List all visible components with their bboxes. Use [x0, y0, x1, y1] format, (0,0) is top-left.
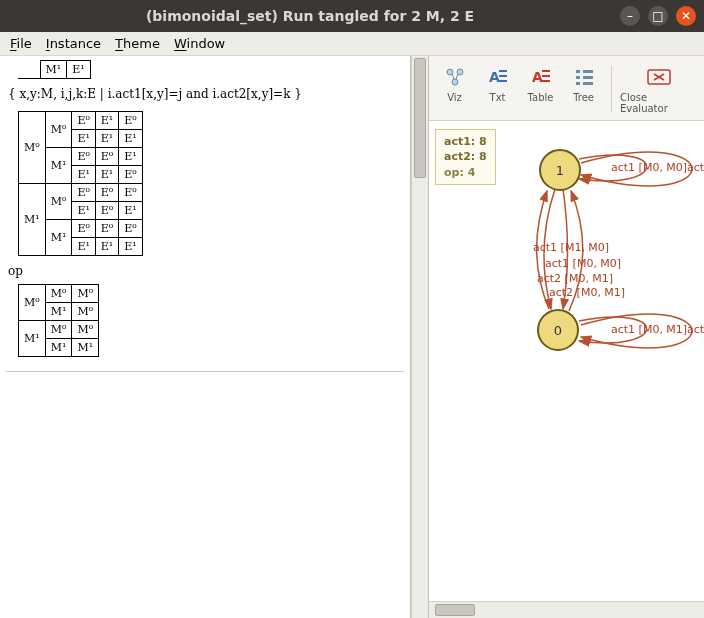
cell: E¹ [119, 130, 142, 148]
cell: M¹ [45, 148, 72, 184]
svg-line-3 [452, 74, 454, 79]
left-scrollbar-thumb[interactable] [414, 58, 426, 178]
window-minimize-button[interactable]: – [620, 6, 640, 26]
cell: M⁰ [72, 303, 99, 321]
cell: E⁰ [72, 112, 95, 130]
cell: E¹ [72, 166, 95, 184]
edge-label: act1 [M1, M0] [533, 241, 609, 254]
edge-label: act1 [M0, M0] [545, 257, 621, 270]
svg-rect-15 [576, 76, 580, 79]
window-title: (bimonoidal_set) Run tangled for 2 M, 2 … [8, 8, 612, 24]
toolbar-txt-button[interactable]: A Txt [478, 64, 517, 103]
cell: E¹ [95, 238, 118, 256]
cell: M⁰ [72, 321, 99, 339]
cell: M⁰ [45, 321, 72, 339]
edge-label: act1 [M0, M0] [611, 161, 687, 174]
menu-theme[interactable]: Theme [115, 36, 160, 51]
left-content: M¹ E¹ { x,y:M, i,j,k:E | i.act1[x,y]=j a… [0, 60, 410, 372]
cell: M⁰ [45, 184, 72, 220]
cell: M⁰ [45, 285, 72, 303]
svg-line-4 [456, 74, 458, 79]
cell: M¹ [19, 184, 46, 256]
graph-node-1[interactable]: 1 [539, 149, 581, 191]
right-scrollbar-thumb[interactable] [435, 604, 475, 616]
svg-text:A: A [532, 69, 543, 85]
right-toolbar: Viz A Txt A Table Tree [429, 56, 704, 121]
svg-rect-18 [583, 82, 593, 85]
right-horizontal-scrollbar[interactable] [429, 601, 704, 618]
toolbar-table-button[interactable]: A Table [521, 64, 560, 103]
cell: E¹ [119, 238, 142, 256]
op-label: op [8, 264, 404, 278]
titlebar: (bimonoidal_set) Run tangled for 2 M, 2 … [0, 0, 704, 32]
svg-rect-16 [583, 76, 593, 79]
svg-rect-17 [576, 82, 580, 85]
cell: E¹ [119, 202, 142, 220]
top-fragment-table: M¹ E¹ [18, 60, 91, 79]
cell: M⁰ [72, 285, 99, 303]
cell: E⁰ [119, 166, 142, 184]
graph-area[interactable]: act1: 8 act2: 8 op: 4 [429, 121, 704, 601]
menubar: File Instance Theme Window [0, 32, 704, 56]
cell: M¹ [45, 303, 72, 321]
cell: E¹ [95, 130, 118, 148]
op-table: M⁰ M⁰ M⁰ M¹ M⁰ M¹ M⁰ M⁰ M¹ [18, 284, 99, 357]
edge-label: act2 [M0, M1] [549, 286, 625, 299]
svg-point-2 [452, 79, 458, 85]
cell: M¹ [19, 321, 46, 357]
graph-edges [429, 121, 704, 601]
edge-label: act1 [687, 161, 704, 174]
svg-text:A: A [489, 69, 500, 85]
window-close-button[interactable]: ✕ [676, 6, 696, 26]
svg-rect-14 [583, 70, 593, 73]
txt-icon: A [485, 64, 511, 90]
edge-label: act2 [M0, M1] [537, 272, 613, 285]
cell: E⁰ [95, 148, 118, 166]
window-maximize-button[interactable]: □ [648, 6, 668, 26]
cell: E¹ [72, 238, 95, 256]
right-pane: Viz A Txt A Table Tree [428, 56, 704, 618]
op-table-wrap: M⁰ M⁰ M⁰ M¹ M⁰ M¹ M⁰ M⁰ M¹ [18, 284, 404, 357]
edge-label: act1 [M0, M1] [611, 323, 687, 336]
cell: M⁰ [45, 112, 72, 148]
cell: E¹ [72, 202, 95, 220]
cell: E⁰ [95, 202, 118, 220]
viz-icon [442, 64, 468, 90]
edge-label: act1 [687, 323, 704, 336]
cell: M¹ [72, 339, 99, 357]
close-evaluator-icon [646, 64, 672, 90]
tree-icon [571, 64, 597, 90]
svg-rect-13 [576, 70, 580, 73]
workarea: M¹ E¹ { x,y:M, i,j,k:E | i.act1[x,y]=j a… [0, 56, 704, 618]
cell: M⁰ [19, 285, 46, 321]
toolbar-viz-button[interactable]: Viz [435, 64, 474, 103]
cell: E⁰ [95, 184, 118, 202]
toolbar-separator [611, 66, 612, 112]
cell: M⁰ [19, 112, 46, 184]
cell: E⁰ [72, 220, 95, 238]
cell: M¹ [45, 339, 72, 357]
left-scrollbar[interactable] [411, 56, 428, 618]
cell: M¹ [45, 220, 72, 256]
cell: E⁰ [119, 220, 142, 238]
cell: E⁰ [72, 184, 95, 202]
cell: E⁰ [119, 112, 142, 130]
big-table-wrap: M⁰ M⁰ E⁰ E¹ E⁰ E¹ E¹ E¹ M¹ E⁰ E⁰ [18, 111, 404, 256]
toolbar-close-evaluator-button[interactable]: Close Evaluator [620, 64, 698, 114]
toolbar-tree-button[interactable]: Tree [564, 64, 603, 103]
cell: E¹ [72, 130, 95, 148]
cell: E¹ [67, 61, 90, 79]
cell: E¹ [119, 148, 142, 166]
cell: M¹ [40, 61, 67, 79]
menu-instance[interactable]: Instance [46, 36, 101, 51]
menu-file[interactable]: File [10, 36, 32, 51]
cell: E⁰ [72, 148, 95, 166]
cell: E⁰ [95, 220, 118, 238]
set-definition: { x,y:M, i,j,k:E | i.act1[x,y]=j and i.a… [8, 87, 404, 101]
big-table: M⁰ M⁰ E⁰ E¹ E⁰ E¹ E¹ E¹ M¹ E⁰ E⁰ [18, 111, 143, 256]
divider [6, 371, 404, 372]
menu-window[interactable]: Window [174, 36, 225, 51]
cell: E¹ [95, 112, 118, 130]
cell: E¹ [95, 166, 118, 184]
graph-node-0[interactable]: 0 [537, 309, 579, 351]
